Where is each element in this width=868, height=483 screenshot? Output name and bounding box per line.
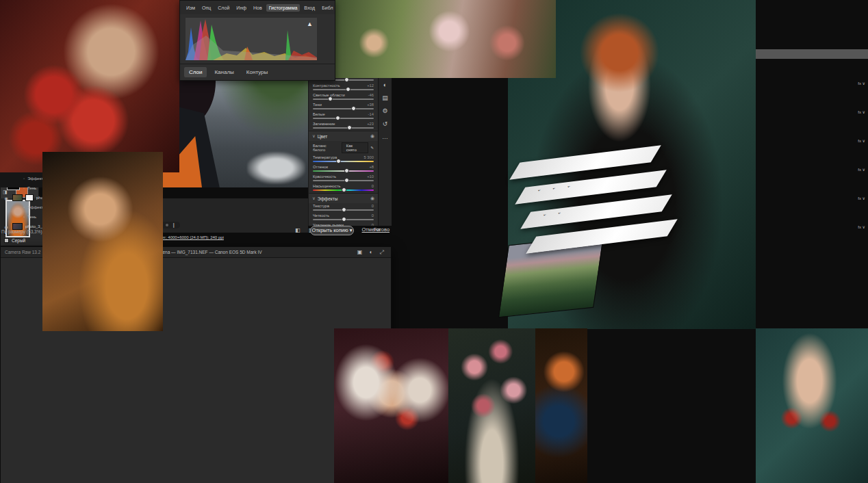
histogram-plot: ▲ xyxy=(186,18,317,60)
eye-icon[interactable]: ◉ xyxy=(3,224,10,229)
photo-red-mask-woman xyxy=(0,0,179,172)
panel-tabs: СлоиКаналыКонтуры xyxy=(180,64,335,80)
panel-tab-1[interactable]: Каналы xyxy=(209,67,238,77)
effect-label: Тень xyxy=(27,186,36,190)
layered-sheets-graphic: ⌄ ⌄ ⌄ ⌄ ⌄ xyxy=(502,149,673,252)
menu-item-6[interactable]: Вход xyxy=(301,4,318,12)
photo-orange-face-woman xyxy=(535,328,587,483)
effect-bullet-icon: ◦ xyxy=(23,186,25,190)
clipping-warning-icon[interactable]: ▲ xyxy=(307,21,313,27)
photo-picnic-group xyxy=(334,0,556,78)
photo-warm-portrait xyxy=(42,152,163,331)
menu-item-5[interactable]: Гистограмма xyxy=(266,4,301,12)
histogram-panel: ИзмОпцСлойИнфНовГистограммаВходБибл ▲ Сл… xyxy=(179,0,335,81)
effect-label: Тень xyxy=(27,215,36,219)
photoshop-collage: ⌄ ⌄ ⌄ ⌄ ⌄ » ✛⬚◌⚡⊞⊠✎✚✑▣↺▰▨◗◖✒T►▭✥◎… ⇄ ◨ ◧… xyxy=(0,0,868,483)
menu-bar: ИзмОпцСлойИнфНовГистограммаВходБибл xyxy=(180,1,335,14)
histogram-svg xyxy=(186,18,317,60)
menu-item-2[interactable]: Слой xyxy=(215,4,232,12)
bird-silhouettes: ⌄ ⌄ xyxy=(541,209,569,218)
panel-tab-0[interactable]: Слои xyxy=(184,67,207,77)
effect-bullet-icon: ◦ xyxy=(23,177,25,181)
photo-whitehair-woman xyxy=(334,328,448,483)
layer-thumbnail[interactable] xyxy=(12,223,23,230)
menu-item-0[interactable]: Изм xyxy=(183,4,198,12)
menu-item-7[interactable]: Библ xyxy=(319,4,335,12)
effect-bullet-icon: ◦ xyxy=(23,205,25,209)
menu-item-4[interactable]: Нов xyxy=(251,4,265,12)
photo-teal-woman xyxy=(756,328,868,483)
panel-tab-2[interactable]: Контуры xyxy=(242,67,272,77)
menu-item-3[interactable]: Инф xyxy=(233,4,249,12)
bird-silhouettes: ⌄ ⌄ ⌄ xyxy=(536,182,578,193)
layer-thumbnail[interactable] xyxy=(12,194,23,201)
layer-mask-thumbnail[interactable] xyxy=(25,194,34,201)
eye-icon[interactable]: ◉ xyxy=(3,196,10,200)
photo-flower-arrangement xyxy=(448,328,535,483)
menu-item-1[interactable]: Опц xyxy=(199,4,214,12)
effect-bullet-icon: ◦ xyxy=(23,215,25,219)
